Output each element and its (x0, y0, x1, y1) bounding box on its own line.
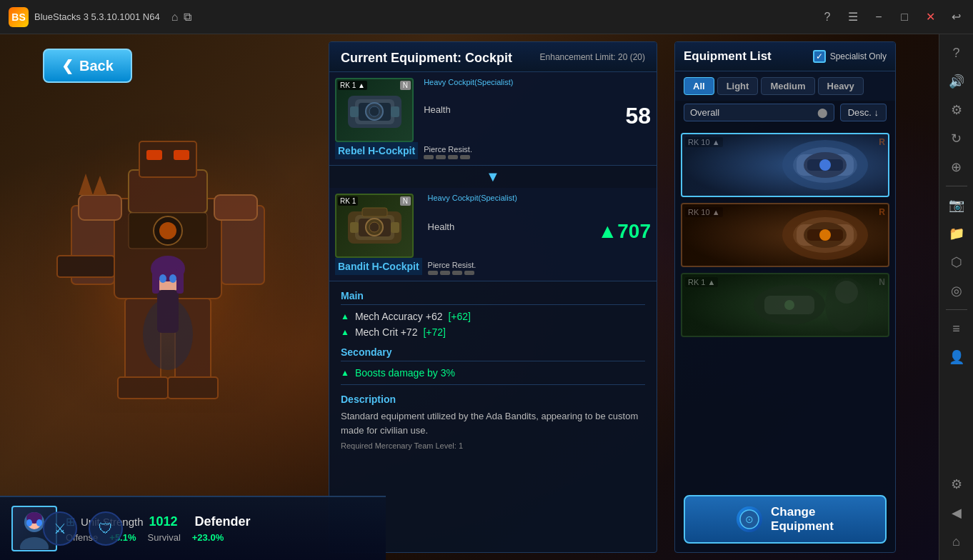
svg-rect-25 (176, 269, 184, 294)
swap-arrow: ▼ (329, 166, 657, 188)
bs-settings-icon[interactable]: ⚙ (944, 97, 969, 123)
svg-point-33 (36, 519, 42, 526)
app-title: BlueStacks 3 5.3.10.1001 N64 (34, 11, 160, 22)
new-item-type: Heavy Cockpit(Specialist) (428, 194, 651, 202)
svg-rect-4 (146, 150, 162, 160)
bs-folder-icon[interactable]: 📁 (944, 221, 969, 246)
help-icon[interactable]: ? (819, 9, 836, 26)
list-item[interactable]: RK 1 ▲ N (681, 273, 889, 337)
svg-point-17 (159, 222, 176, 239)
bs-rotate-icon[interactable]: ↻ (944, 126, 969, 151)
survival-label: Survival (148, 532, 181, 543)
tab-heavy[interactable]: Heavy (818, 77, 864, 95)
current-item-name: Rebel H-Cockpit (335, 142, 418, 159)
shield-icon-btn[interactable]: 🛡 (89, 511, 123, 546)
new-item-image: RK 1 N Bandit H-Cockpit (335, 194, 422, 275)
bs-camera-icon[interactable]: 📷 (944, 192, 969, 218)
stat-row-crit: ▲ Mech Crit +72 [+72] (341, 326, 645, 338)
back-button[interactable]: ❮ Back (43, 49, 132, 83)
bs-back-icon[interactable]: ◀ (944, 500, 969, 526)
tab-light[interactable]: Light (717, 77, 759, 95)
svg-point-45 (369, 222, 379, 232)
back-nav-icon[interactable]: ↩ (947, 9, 964, 26)
new-equipment-row: RK 1 N Bandit H-Cockpit (329, 188, 657, 281)
svg-rect-40 (391, 106, 399, 117)
damage-boost: Boosts damage by 3% (355, 367, 455, 379)
current-equipment-row: RK 1 ▲ N Rebel H-Cockpit (329, 72, 657, 166)
close-button[interactable]: ✕ (922, 9, 939, 26)
svg-point-65 (835, 281, 858, 304)
equipment-list-header: Equipment List ✓ Specialist Only (675, 42, 895, 71)
current-item-rank: RK 1 ▲ (338, 81, 367, 90)
menu-icon[interactable]: ☰ (844, 9, 862, 26)
equipment-list-panel: Equipment List ✓ Specialist Only All Lig… (674, 41, 896, 553)
new-item-stats: Heavy Cockpit(Specialist) Health ▲707 Pi… (428, 194, 651, 275)
sort-direction-button[interactable]: Desc. ↓ (840, 104, 887, 121)
bs-menu-icon[interactable]: ≡ (944, 316, 969, 341)
svg-point-68 (784, 300, 794, 310)
minimize-button[interactable]: − (870, 9, 887, 26)
damage-arrow: ▲ (341, 368, 349, 378)
current-health-value: 58 (625, 104, 651, 127)
svg-rect-22 (157, 290, 179, 333)
svg-point-27 (169, 274, 176, 283)
new-item-name: Bandit H-Cockpit (335, 258, 422, 275)
game-background: ❮ Back (0, 34, 939, 560)
bs-help-icon[interactable]: ? (944, 40, 969, 66)
bs-macro-icon[interactable]: ⬡ (944, 249, 969, 275)
svg-text:⊙: ⊙ (745, 514, 754, 525)
current-item-stats: Heavy Cockpit(Specialist) Health 58 Pier… (424, 78, 651, 159)
stat-row-damage: ▲ Boosts damage by 3% (341, 367, 645, 379)
home-icon[interactable]: ⌂ (171, 11, 179, 24)
pierce-label: Pierce Resist. (424, 145, 651, 154)
equipment-panel: Current Equipment: Cockpit Enhancement L… (329, 41, 657, 553)
new-pierce-dots (428, 271, 651, 275)
bs-divider-1 (946, 186, 967, 186)
bs-shake-icon[interactable]: ⊕ (944, 154, 969, 180)
svg-rect-24 (152, 269, 159, 294)
specialist-toggle[interactable]: ✓ Specialist Only (813, 50, 887, 63)
change-equipment-button[interactable]: ⊙ ChangeEquipment (684, 495, 887, 544)
svg-rect-5 (174, 150, 189, 160)
crit-name: Mech Crit +72 (355, 326, 418, 338)
combat-icon-btn[interactable]: ⚔ (43, 511, 77, 546)
svg-rect-13 (79, 195, 121, 220)
bs-script-icon[interactable]: ◎ (944, 278, 969, 304)
stat-row-accuracy: ▲ Mech Accuracy +62 [+62] (341, 311, 645, 322)
bs-home-icon[interactable]: ⌂ (944, 529, 969, 554)
bs-profile-icon[interactable]: 👤 (944, 344, 969, 370)
svg-rect-11 (118, 377, 168, 399)
svg-rect-8 (57, 256, 114, 277)
filter-tabs: All Light Medium Heavy (675, 71, 895, 101)
bs-gear-icon[interactable]: ⚙ (944, 471, 969, 497)
specialist-label: Specialist Only (830, 51, 887, 61)
copy-icon[interactable]: ⧉ (184, 11, 191, 24)
sort-row: Overall ⬤ Desc. ↓ (675, 101, 895, 127)
sort-dropdown-icon: ⬤ (817, 107, 828, 118)
equipment-panel-header: Current Equipment: Cockpit Enhancement L… (329, 42, 657, 72)
specialist-checkbox[interactable]: ✓ (813, 50, 826, 63)
equipment-list-items: RK 10 ▲ R (675, 127, 895, 489)
current-item-rarity: N (400, 81, 411, 90)
equipment-list-title: Equipment List (684, 49, 772, 64)
svg-rect-48 (362, 208, 387, 216)
svg-point-26 (159, 274, 166, 283)
survival-value: +23.0% (192, 532, 224, 543)
main-stats-label: Main (341, 290, 645, 305)
tab-all[interactable]: All (684, 77, 714, 95)
accuracy-name: Mech Accuracy +62 (355, 311, 443, 322)
current-item-image: RK 1 ▲ N Rebel H-Cockpit (335, 78, 418, 159)
change-equipment-icon: ⊙ (737, 506, 762, 532)
current-health-label: Health (424, 104, 451, 115)
change-equipment-label: ChangeEquipment (771, 505, 834, 534)
svg-rect-39 (350, 106, 359, 117)
list-item[interactable]: RK 10 ▲ R (681, 133, 889, 197)
list-item[interactable]: RK 10 ▲ R (681, 203, 889, 267)
separator (341, 384, 645, 385)
sort-label: Overall (690, 107, 719, 118)
bs-volume-icon[interactable]: 🔊 (944, 69, 969, 94)
sort-dropdown[interactable]: Overall ⬤ (684, 104, 834, 121)
tab-medium[interactable]: Medium (761, 77, 814, 95)
back-arrow-icon: ❮ (61, 57, 74, 74)
maximize-button[interactable]: □ (896, 9, 913, 26)
